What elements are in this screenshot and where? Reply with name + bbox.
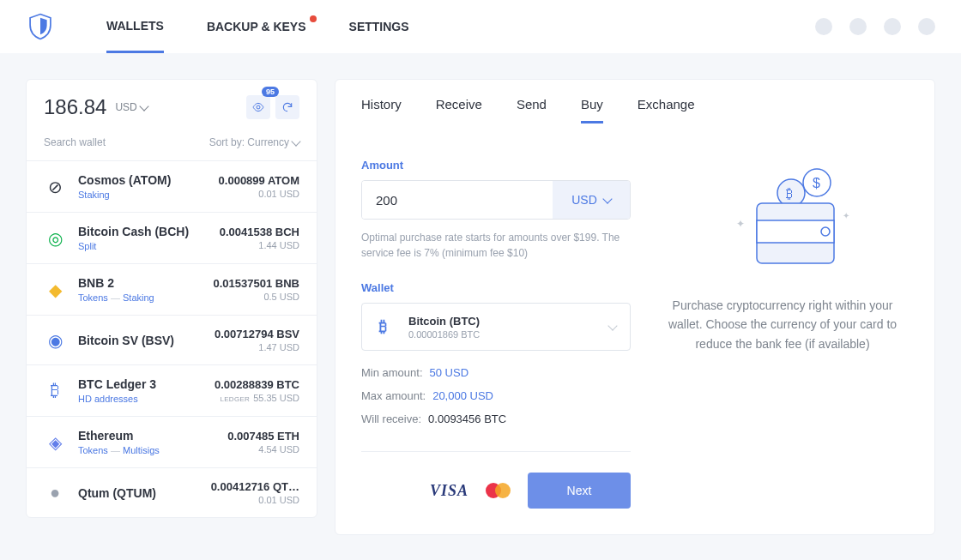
wallet-item[interactable]: ●Qtum (QTUM)0.00412716 QT…0.01 USD — [27, 467, 317, 517]
coin-icon: ◆ — [44, 279, 66, 301]
wallet-crypto-amount: 0.00288839 BTC — [215, 378, 299, 391]
wallets-panel: 186.84 USD 95 Search wallet Sort by: Cur… — [26, 79, 317, 518]
wallet-name: Ethereum — [78, 429, 160, 443]
svg-text:✦: ✦ — [736, 218, 745, 230]
tab-exchange[interactable]: Exchange — [638, 97, 695, 123]
svg-rect-7 — [757, 220, 834, 243]
promo-text: Purchase cryptocurrency right within you… — [665, 296, 900, 353]
wallet-crypto-amount: 0.000899 ATOM — [219, 174, 299, 187]
tab-buy[interactable]: Buy — [581, 97, 603, 123]
fee-note: Optimal purchase rate starts for amounts… — [361, 230, 631, 261]
buy-form: Amount USD Optimal purchase rate starts … — [361, 159, 631, 509]
amount-currency-select[interactable]: USD — [553, 181, 630, 219]
coin-icon: ◈ — [44, 431, 66, 454]
svg-text:₿: ₿ — [378, 318, 387, 335]
top-nav: WALLETSBACKUP & KEYSSETTINGS — [106, 1, 409, 53]
wallet-select[interactable]: ₿ Bitcoin (BTC) 0.00001869 BTC — [361, 303, 631, 351]
min-amount-label: Min amount: — [361, 366, 423, 379]
next-button[interactable]: Next — [528, 473, 631, 509]
wallet-item[interactable]: ◉Bitcoin SV (BSV)0.00712794 BSV1.47 USD — [27, 315, 317, 364]
lock-icon[interactable] — [918, 18, 935, 35]
chevron-down-icon — [602, 194, 612, 203]
wallet-fiat-amount: 1.47 USD — [215, 342, 299, 352]
wallet-item[interactable]: ⊘Cosmos (ATOM)Staking0.000899 ATOM0.01 U… — [27, 160, 317, 212]
promo-panel: $ ₿ ✦ ✦ Purchase cryptocurrency right wi… — [656, 159, 909, 509]
wallet-tags: Tokens — Multisigs — [78, 445, 160, 455]
wallet-crypto-amount: 0.00712794 BSV — [215, 328, 299, 340]
wallet-crypto-amount: 0.007485 ETH — [227, 430, 299, 443]
topbar-actions — [815, 18, 935, 35]
wallet-item[interactable]: ◆BNB 2Tokens — Staking0.01537501 BNB0.5 … — [27, 263, 317, 315]
wallet-name: Qtum (QTUM) — [78, 486, 156, 500]
nav-wallets[interactable]: WALLETS — [106, 1, 164, 53]
wallet-fiat-amount: 0.01 USD — [211, 495, 299, 505]
wallet-illustration: $ ₿ ✦ ✦ — [705, 159, 860, 279]
app-logo — [26, 12, 55, 41]
wallet-name: Bitcoin Cash (BCH) — [78, 225, 189, 238]
wallet-fiat-amount: 0.5 USD — [214, 292, 299, 302]
svg-text:✦: ✦ — [843, 211, 849, 220]
nav-backup-keys[interactable]: BACKUP & KEYS — [207, 2, 306, 51]
coin-icon: ● — [44, 482, 66, 504]
chevron-down-icon — [291, 136, 300, 146]
wallet-tags: Split — [78, 241, 189, 251]
receive-value: 0.0093456 BTC — [428, 412, 506, 425]
sort-select[interactable]: Sort by: Currency — [209, 136, 299, 148]
wallet-crypto-amount: 0.00412716 QT… — [211, 480, 299, 493]
wallet-fiat-amount: 0.01 USD — [219, 189, 299, 199]
wallet-tags: Tokens — Staking — [78, 292, 154, 303]
max-amount-label: Max amount: — [361, 389, 426, 402]
currency-select[interactable]: USD — [115, 101, 147, 113]
coin-icon: ₿ — [44, 380, 66, 402]
chat-icon[interactable] — [815, 18, 832, 35]
amount-field: USD — [361, 180, 631, 220]
alert-dot — [310, 15, 317, 22]
wallet-item[interactable]: ◎Bitcoin Cash (BCH)Split0.0041538 BCH1.4… — [27, 212, 317, 263]
visibility-toggle[interactable] — [246, 95, 270, 119]
content-panel: HistoryReceiveSendBuyExchange Amount USD… — [335, 79, 935, 535]
tab-history[interactable]: History — [361, 97, 402, 123]
wallet-tags: Staking — [78, 190, 171, 200]
mastercard-icon — [486, 483, 511, 498]
wallet-tags: HD addresses — [78, 394, 156, 404]
total-balance: 186.84 — [44, 95, 106, 119]
top-bar: WALLETSBACKUP & KEYSSETTINGS — [0, 0, 961, 53]
amount-label: Amount — [361, 159, 631, 172]
wallet-item[interactable]: ₿BTC Ledger 3HD addresses0.00288839 BTCL… — [27, 364, 317, 416]
help-icon[interactable] — [849, 18, 867, 35]
wallet-name: Bitcoin SV (BSV) — [78, 334, 174, 347]
wallet-crypto-amount: 0.0041538 BCH — [220, 226, 299, 238]
wallet-fiat-amount: 1.44 USD — [220, 240, 299, 250]
search-input[interactable]: Search wallet — [44, 136, 106, 148]
coin-icon: ◉ — [44, 329, 66, 352]
nav-settings[interactable]: SETTINGS — [349, 2, 409, 51]
min-amount-value: 50 USD — [430, 366, 469, 379]
receive-label: Will receive: — [361, 412, 421, 425]
content-tabs: HistoryReceiveSendBuyExchange — [361, 80, 909, 124]
amount-input[interactable] — [362, 181, 553, 219]
svg-text:$: $ — [813, 176, 820, 190]
refresh-button[interactable] — [275, 95, 299, 119]
tab-send[interactable]: Send — [517, 97, 547, 123]
wallet-fiat-amount: 4.54 USD — [227, 444, 299, 455]
max-amount-value: 20,000 USD — [432, 389, 493, 402]
bitcoin-icon: ₿ — [376, 316, 396, 337]
notification-badge: 95 — [262, 87, 279, 97]
coin-icon: ◎ — [44, 227, 66, 250]
wallet-name: BTC Ledger 3 — [78, 377, 156, 391]
wallet-crypto-amount: 0.01537501 BNB — [214, 277, 299, 290]
theme-icon[interactable] — [884, 18, 901, 35]
wallet-fiat-amount: LEDGER55.35 USD — [215, 393, 299, 403]
wallet-name: Cosmos (ATOM) — [78, 173, 171, 187]
chevron-down-icon — [609, 319, 616, 334]
wallet-name: BNB 2 — [78, 276, 154, 290]
tab-receive[interactable]: Receive — [436, 97, 482, 123]
chevron-down-icon — [139, 101, 148, 111]
wallet-item[interactable]: ◈EthereumTokens — Multisigs0.007485 ETH4… — [27, 416, 317, 467]
svg-text:₿: ₿ — [786, 186, 793, 201]
visa-icon: VISA — [430, 482, 468, 500]
wallet-label: Wallet — [361, 281, 631, 294]
svg-point-0 — [257, 105, 260, 109]
wallet-list: ⊘Cosmos (ATOM)Staking0.000899 ATOM0.01 U… — [27, 160, 317, 517]
coin-icon: ⊘ — [44, 176, 66, 198]
